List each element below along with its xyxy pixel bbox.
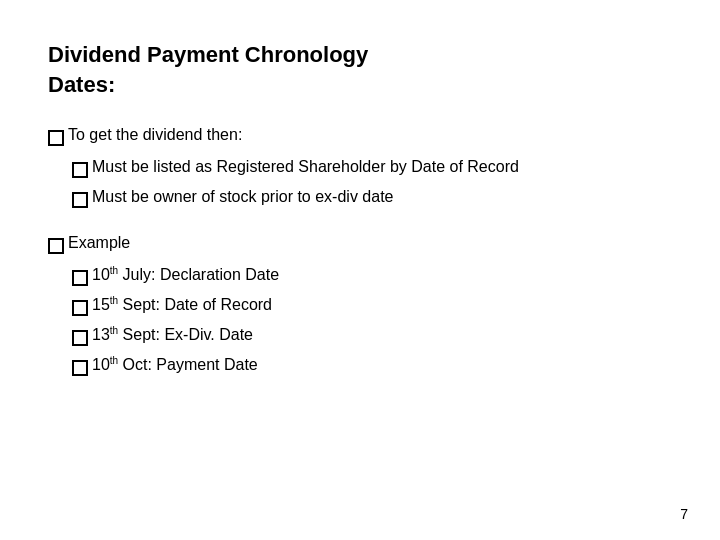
section1-sub-bullet-2: Must be owner of stock prior to ex-div d… [48, 185, 672, 211]
section2-sub-bullet-2: 15th Sept: Date of Record [48, 293, 672, 319]
section1-main-text: To get the dividend then: [68, 123, 672, 147]
sub-bullet-icon-5 [72, 325, 92, 349]
content-body: To get the dividend then: Must be listed… [48, 123, 672, 383]
sub-bullet-icon-1 [72, 157, 92, 181]
section2-main-text: Example [68, 231, 672, 255]
section2-sub-bullet-4: 10th Oct: Payment Date [48, 353, 672, 379]
bullet-icon-2 [48, 233, 68, 257]
sub-bullet-icon-2 [72, 187, 92, 211]
sub-bullet-icon-3 [72, 265, 92, 289]
section1-sub-text-2: Must be owner of stock prior to ex-div d… [92, 185, 672, 209]
section2-sub-text-3: 13th Sept: Ex-Div. Date [92, 323, 672, 347]
sub-bullet-icon-4 [72, 295, 92, 319]
page-number: 7 [680, 506, 688, 522]
section2-sub-bullet-1: 10th July: Declaration Date [48, 263, 672, 289]
section2-sub-text-4: 10th Oct: Payment Date [92, 353, 672, 377]
sub-bullet-icon-6 [72, 355, 92, 379]
slide-title: Dividend Payment Chronology Dates: [48, 40, 672, 99]
section1-sub-bullet-1: Must be listed as Registered Shareholder… [48, 155, 672, 181]
section2-sub-text-1: 10th July: Declaration Date [92, 263, 672, 287]
bullet-icon-1 [48, 125, 68, 149]
section1-sub-text-1: Must be listed as Registered Shareholder… [92, 155, 672, 179]
section1-main-bullet: To get the dividend then: [48, 123, 672, 149]
title-line1: Dividend Payment Chronology [48, 42, 368, 67]
slide-container: Dividend Payment Chronology Dates: To ge… [0, 0, 720, 540]
section2-sub-text-2: 15th Sept: Date of Record [92, 293, 672, 317]
section2-main-bullet: Example [48, 231, 672, 257]
title-line2: Dates: [48, 72, 115, 97]
section2-sub-bullet-3: 13th Sept: Ex-Div. Date [48, 323, 672, 349]
